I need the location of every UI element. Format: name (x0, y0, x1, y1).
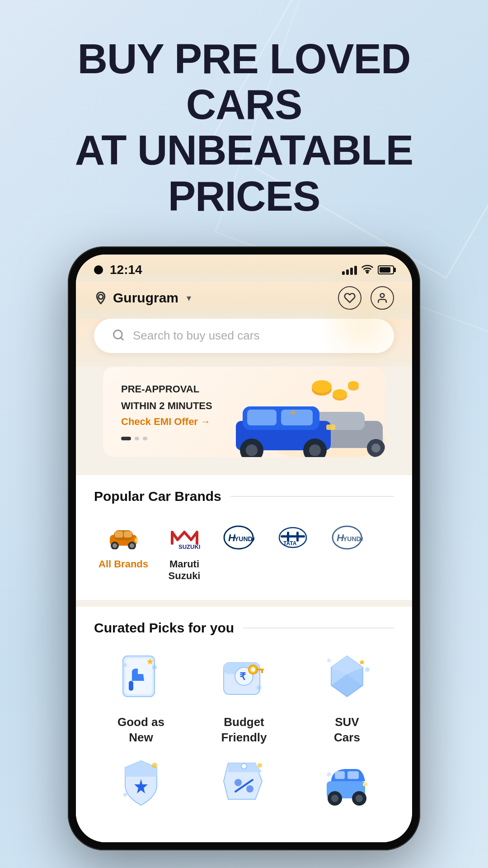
svg-point-16 (371, 443, 380, 453)
pick-car-type[interactable] (300, 754, 394, 820)
emi-banner[interactable]: PRE-APPROVAL WITHIN 2 MINUTES Check EMI … (103, 367, 385, 457)
svg-point-76 (258, 763, 262, 768)
curated-picks-title: Curated Picks for you (94, 620, 234, 636)
location-selector[interactable]: Gurugram ▾ (94, 290, 191, 306)
dot-2 (135, 437, 139, 440)
svg-point-73 (246, 785, 253, 793)
brand-all[interactable]: All Brands (89, 522, 157, 582)
svg-rect-41 (281, 535, 305, 538)
banner-dots (121, 437, 212, 440)
pick-certified[interactable] (94, 754, 188, 820)
phone-frame: 12:14 (68, 246, 420, 851)
svg-text:+: + (290, 406, 296, 419)
brand-maruti[interactable]: SUZUKI MarutiSuzuki (157, 522, 211, 582)
profile-button[interactable] (371, 286, 394, 310)
svg-rect-19 (247, 410, 277, 425)
svg-point-72 (235, 779, 242, 786)
phone-screen: 12:14 (76, 255, 412, 843)
svg-point-24 (309, 444, 321, 456)
svg-point-75 (241, 764, 247, 769)
svg-point-51 (152, 665, 157, 670)
svg-text:YUNDAI: YUNDAI (235, 535, 254, 542)
hero-line2: AT UNBEATABLE PRICES (75, 127, 413, 219)
status-icons (342, 264, 394, 276)
brand-hyundai2[interactable]: H YUNDAI (320, 522, 374, 582)
svg-point-58 (251, 667, 255, 672)
picks-grid-bottom (76, 754, 412, 829)
search-placeholder: Search to buy used cars (133, 329, 259, 343)
hero-line1: BUY PRE LOVED CARS (78, 36, 411, 127)
pick-discount[interactable] (197, 754, 291, 820)
suv-cars-icon (318, 649, 376, 708)
budget-friendly-icon: ₹ (215, 649, 273, 708)
svg-rect-79 (347, 771, 359, 779)
svg-point-81 (331, 795, 338, 802)
dropdown-arrow-icon: ▾ (187, 292, 191, 303)
good-as-new-label: Good asNew (117, 715, 164, 745)
phone-mockup: 12:14 (0, 246, 488, 851)
svg-rect-43 (296, 532, 299, 542)
svg-rect-50 (129, 681, 133, 691)
brand-tata[interactable]: TATA (266, 522, 320, 582)
popular-brands-title: Popular Car Brands (94, 489, 221, 504)
pick-budget-friendly[interactable]: ₹ BudgetFriendly (197, 649, 291, 745)
banner-title-line2: WITHIN 2 MINUTES (121, 400, 212, 413)
svg-rect-20 (281, 410, 313, 425)
svg-point-85 (327, 772, 331, 777)
budget-friendly-label: BudgetFriendly (221, 715, 267, 745)
app-header: Gurugram ▾ (76, 282, 412, 319)
svg-rect-35 (135, 538, 138, 542)
svg-rect-60 (261, 670, 263, 673)
dot-3 (143, 437, 147, 440)
curated-picks-header: Curated Picks for you (76, 620, 412, 636)
pick-good-as-new[interactable]: Good asNew (94, 649, 188, 745)
svg-text:SUZUKI: SUZUKI (178, 543, 200, 550)
section-divider (230, 496, 394, 497)
svg-point-83 (356, 795, 363, 802)
svg-rect-30 (124, 531, 132, 538)
suv-cars-label: SUVCars (334, 715, 360, 745)
wifi-icon (361, 264, 373, 276)
svg-point-70 (152, 763, 157, 768)
banner-cta[interactable]: Check EMI Offer → (121, 416, 212, 428)
all-brands-icon (105, 522, 141, 554)
svg-point-71 (123, 793, 127, 797)
svg-text:₹: ₹ (239, 671, 246, 682)
curated-picks-section: Curated Picks for you (76, 607, 412, 843)
camera-notch (94, 265, 103, 274)
brand-hyundai1[interactable]: H YUNDAI (211, 522, 266, 582)
svg-point-7 (333, 389, 347, 398)
status-time: 12:14 (110, 263, 142, 277)
svg-rect-29 (115, 531, 123, 538)
svg-point-22 (246, 444, 258, 456)
brand-maruti-label: MarutiSuzuki (169, 558, 201, 582)
certified-icon (112, 754, 170, 813)
hero-title: BUY PRE LOVED CARS AT UNBEATABLE PRICES (27, 36, 461, 219)
banner-cars-illustration: + (218, 376, 385, 457)
tata-icon: TATA (275, 522, 311, 554)
search-container: Search to buy used cars (76, 319, 412, 367)
signal-icon (342, 265, 357, 275)
svg-point-0 (366, 272, 368, 273)
pick-suv-cars[interactable]: SUVCars (300, 649, 394, 745)
brand-all-label: All Brands (99, 558, 148, 570)
search-bar[interactable]: Search to buy used cars (94, 319, 394, 353)
brands-row: All Brands SUZUKI MarutiSuzuki (76, 518, 412, 586)
battery-icon (378, 265, 394, 274)
svg-rect-84 (363, 783, 367, 786)
discount-icon (215, 754, 273, 813)
svg-point-69 (327, 659, 331, 662)
banner-text: PRE-APPROVAL WITHIN 2 MINUTES Check EMI … (121, 383, 212, 440)
svg-point-1 (99, 294, 103, 299)
svg-point-32 (113, 543, 117, 548)
maruti-icon: SUZUKI (166, 522, 202, 554)
svg-rect-78 (335, 771, 345, 779)
curated-divider (243, 627, 394, 628)
svg-point-62 (257, 685, 261, 690)
hero-section: BUY PRE LOVED CARS AT UNBEATABLE PRICES (0, 0, 488, 246)
popular-brands-header: Popular Car Brands (76, 489, 412, 504)
location-name: Gurugram (113, 290, 178, 306)
wishlist-button[interactable] (338, 286, 361, 310)
svg-point-5 (312, 380, 332, 393)
car-type-icon (318, 754, 376, 813)
